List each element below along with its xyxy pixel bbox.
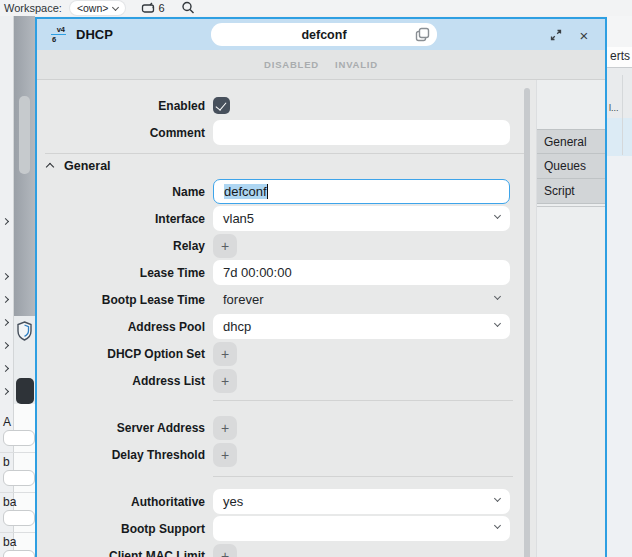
comment-input[interactable] <box>213 120 510 145</box>
tab-queues[interactable]: Queues <box>537 154 605 179</box>
divider <box>0 452 35 453</box>
form-row-interface: Interface vlan5 <box>37 205 536 232</box>
bootp-support-select[interactable] <box>213 516 510 541</box>
background-input <box>3 550 35 557</box>
address-list-add-button[interactable]: + <box>213 369 237 393</box>
server-address-label: Server Address <box>37 421 205 435</box>
status-disabled: DISABLED <box>264 59 319 70</box>
divider <box>45 153 528 154</box>
chevron-down-icon <box>494 522 501 529</box>
chevron-down-icon <box>494 495 501 502</box>
tab-script[interactable]: Script <box>537 179 605 204</box>
address-list-label: Address List <box>37 374 205 388</box>
chevron-down-icon <box>494 212 501 219</box>
divider <box>622 75 623 155</box>
background-row-label: ba <box>3 495 16 509</box>
windows-count: 6 <box>158 2 164 14</box>
client-mac-limit-label: Client MAC Limit <box>37 549 205 557</box>
dialog-header[interactable]: v46 DHCP defconf × <box>37 19 605 50</box>
chevron-right-icon[interactable] <box>2 273 9 280</box>
background-tab-partial[interactable]: erts <box>607 47 632 67</box>
form-row-name: Name defconf <box>37 178 536 205</box>
form-row-dhcp-option-set: DHCP Option Set + <box>37 340 536 367</box>
chevron-down-icon <box>494 320 501 327</box>
divider <box>213 476 513 477</box>
chevron-right-icon[interactable] <box>2 388 9 395</box>
workspace-select[interactable]: <own> <box>70 1 126 15</box>
form-row-bootp-support: Bootp Support <box>37 515 536 542</box>
form-row-client-mac-limit: Client MAC Limit + <box>37 542 536 557</box>
printer-icon <box>141 2 155 15</box>
form-row-lease-time: Lease Time <box>37 259 536 286</box>
chevron-down-icon <box>112 3 119 10</box>
collapse-icon <box>46 163 54 171</box>
delay-threshold-label: Delay Threshold <box>37 448 205 462</box>
shield-icon <box>16 321 33 341</box>
delay-threshold-add-button[interactable]: + <box>213 443 237 467</box>
lease-time-label: Lease Time <box>37 266 205 280</box>
enabled-checkbox[interactable] <box>213 97 230 114</box>
address-pool-select[interactable]: dhcp <box>213 314 510 339</box>
background-input <box>3 470 35 486</box>
background-row-label: ba <box>3 535 16 549</box>
dialog-tabstrip: General Queues Script <box>536 80 605 557</box>
chevron-right-icon[interactable] <box>2 319 9 326</box>
form-row-server-address: Server Address + <box>37 414 536 441</box>
divider <box>0 492 35 493</box>
client-mac-limit-add-button[interactable]: + <box>213 544 237 557</box>
lease-time-input[interactable] <box>213 260 510 285</box>
background-selected-row <box>607 118 632 156</box>
chevron-right-icon[interactable] <box>2 218 9 225</box>
dhcp-option-set-label: DHCP Option Set <box>37 347 205 361</box>
close-button[interactable]: × <box>575 26 593 44</box>
authoritative-label: Authoritative <box>37 495 205 509</box>
server-address-add-button[interactable]: + <box>213 416 237 440</box>
status-bar: DISABLED INVALID <box>37 50 605 80</box>
windows-button[interactable]: 6 <box>141 2 164 15</box>
divider <box>0 532 35 533</box>
background-row-label: A <box>3 415 11 429</box>
tab-general[interactable]: General <box>537 129 605 154</box>
expand-button[interactable] <box>547 26 565 44</box>
dhcp-form: Enabled Comment General Name defconf <box>37 80 536 557</box>
authoritative-select[interactable]: yes <box>213 489 510 514</box>
background-cell-text: l... <box>607 98 632 118</box>
dialog-name-input[interactable]: defconf <box>211 23 437 46</box>
background-input <box>3 510 35 526</box>
copy-icon[interactable] <box>415 27 430 42</box>
background-scrollbar[interactable] <box>19 96 30 174</box>
section-title: General <box>64 159 111 173</box>
text-caret <box>267 184 268 199</box>
dialog-title: DHCP <box>76 27 113 42</box>
form-row-comment: Comment <box>37 119 536 146</box>
close-icon: × <box>580 27 589 44</box>
interface-select[interactable]: vlan5 <box>213 206 510 231</box>
form-scrollbar[interactable] <box>524 88 530 557</box>
chevron-right-icon[interactable] <box>2 296 9 303</box>
bootp-lease-time-select[interactable]: forever <box>213 287 510 312</box>
relay-label: Relay <box>37 239 205 253</box>
interface-label: Interface <box>37 212 205 226</box>
form-row-enabled: Enabled <box>37 92 536 119</box>
bootp-lease-time-label: Bootp Lease Time <box>37 293 205 307</box>
section-general[interactable]: General <box>47 158 536 173</box>
background-dark-icon <box>16 378 34 404</box>
dhcp-option-set-add-button[interactable]: + <box>213 342 237 366</box>
form-row-bootp-lease-time: Bootp Lease Time forever <box>37 286 536 313</box>
form-row-address-list: Address List + <box>37 367 536 394</box>
name-input[interactable]: defconf <box>213 179 510 204</box>
enabled-label: Enabled <box>37 99 205 113</box>
workspace-label: Workspace: <box>4 2 62 14</box>
chevron-right-icon[interactable] <box>2 365 9 372</box>
chevron-down-icon <box>494 293 501 300</box>
background-left-panel: A b ba ba <box>0 16 35 557</box>
relay-add-button[interactable]: + <box>213 234 237 258</box>
search-button[interactable] <box>181 1 195 15</box>
expand-icon <box>550 29 562 41</box>
dhcp-dialog: v46 DHCP defconf × DISABLED INVALID Enab… <box>35 17 607 557</box>
chevron-right-icon[interactable] <box>2 342 9 349</box>
divider <box>537 206 605 207</box>
top-toolbar: Workspace: <own> 6 <box>0 0 632 16</box>
background-input <box>3 430 35 446</box>
form-row-address-pool: Address Pool dhcp <box>37 313 536 340</box>
